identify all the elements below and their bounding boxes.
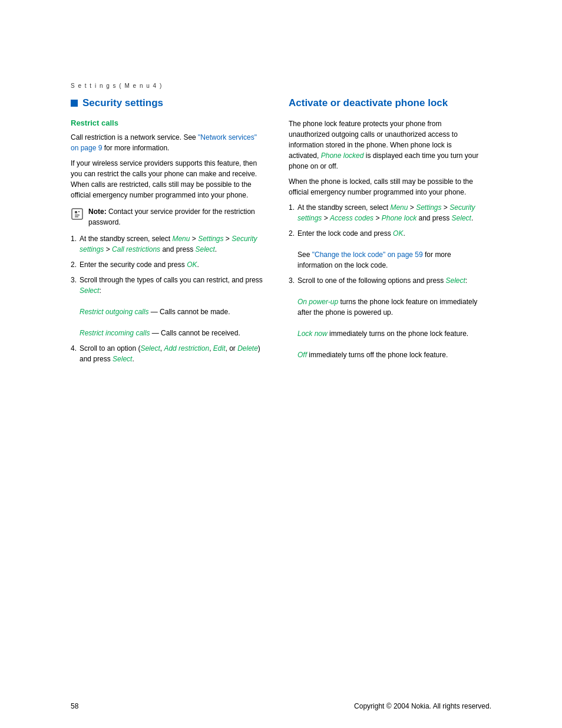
r-menu-link[interactable]: Menu bbox=[390, 203, 408, 212]
svg-rect-0 bbox=[72, 209, 82, 219]
svg-rect-2 bbox=[78, 211, 80, 212]
right-step-2: 2. Enter the lock code and press OK. See… bbox=[289, 228, 483, 271]
intro-text-1: Call restriction is a network service. S… bbox=[71, 133, 198, 141]
section-title-phonelock: Activate or deactivate phone lock bbox=[289, 97, 483, 109]
ok-link-1[interactable]: OK bbox=[187, 261, 197, 269]
step-4-num: 4. bbox=[71, 343, 77, 364]
right-step-2-num: 2. bbox=[289, 228, 295, 271]
right-step-2-content: Enter the lock code and press OK. See "C… bbox=[297, 228, 483, 271]
phonelock-steps: 1. At the standby screen, select Menu > … bbox=[289, 202, 483, 360]
left-column: Security settings Restrict calls Call re… bbox=[71, 97, 265, 667]
svg-rect-1 bbox=[75, 211, 77, 213]
step-3-num: 3. bbox=[71, 275, 77, 338]
activate-deactivate-title: Activate or deactivate phone lock bbox=[289, 97, 448, 109]
step-2-content: Enter the security code and press OK. bbox=[80, 259, 265, 270]
title-square-icon bbox=[71, 100, 78, 107]
right-step-1-content: At the standby screen, select Menu > Set… bbox=[297, 202, 483, 223]
restrict-outgoing-link[interactable]: Restrict outgoing calls bbox=[80, 308, 148, 316]
note-content: Note: Contact your service provider for … bbox=[88, 206, 265, 228]
page-number: 58 bbox=[71, 702, 78, 710]
subsection-title-restrict: Restrict calls bbox=[71, 118, 265, 127]
right-column: Activate or deactivate phone lock The ph… bbox=[289, 97, 483, 667]
right-step-3-content: Scroll to one of the following options a… bbox=[297, 275, 483, 360]
change-lock-code-link[interactable]: "Change the lock code" on page 59 bbox=[312, 251, 423, 259]
settings-link-1[interactable]: Settings bbox=[198, 235, 223, 243]
phone-locked-link[interactable]: Phone locked bbox=[321, 151, 364, 160]
svg-rect-3 bbox=[75, 215, 80, 216]
note-label: Note: bbox=[88, 207, 107, 216]
page: S e t t i n g s ( M e n u 4 ) Security s… bbox=[0, 0, 562, 728]
right-step-1-num: 1. bbox=[289, 202, 295, 223]
restrict-incoming-item: Restrict incoming calls — Calls cannot b… bbox=[80, 329, 240, 337]
select-link-3[interactable]: Select bbox=[113, 355, 132, 363]
select-option-link[interactable]: Select bbox=[140, 344, 160, 353]
right-step-1: 1. At the standby screen, select Menu > … bbox=[289, 202, 483, 223]
note-body: Contact your service provider for the re… bbox=[88, 207, 255, 226]
two-column-layout: Security settings Restrict calls Call re… bbox=[71, 97, 491, 667]
off-item: Off immediately turns off the phone lock… bbox=[297, 351, 448, 359]
intro-text-2: for more information. bbox=[102, 144, 169, 152]
right-step-3: 3. Scroll to one of the following option… bbox=[289, 275, 483, 360]
restriction-description: If your wireless service providers suppo… bbox=[71, 158, 265, 200]
step-2-num: 2. bbox=[71, 259, 77, 270]
note-box: Note: Contact your service provider for … bbox=[71, 206, 265, 228]
lock-now-link[interactable]: Lock now bbox=[297, 330, 328, 338]
restrict-outgoing-item: Restrict outgoing calls — Calls cannot b… bbox=[80, 308, 230, 316]
page-content: S e t t i n g s ( M e n u 4 ) Security s… bbox=[0, 0, 562, 690]
edit-link[interactable]: Edit bbox=[213, 344, 226, 353]
add-restriction-link[interactable]: Add restriction bbox=[164, 344, 209, 353]
breadcrumb: S e t t i n g s ( M e n u 4 ) bbox=[71, 83, 491, 89]
intro-paragraph: Call restriction is a network service. S… bbox=[71, 132, 265, 153]
on-power-up-link[interactable]: On power-up bbox=[297, 298, 338, 306]
step-4-content: Scroll to an option (Select, Add restric… bbox=[80, 343, 265, 364]
note-icon bbox=[71, 207, 84, 220]
off-link[interactable]: Off bbox=[297, 351, 307, 359]
r-phone-lock-link[interactable]: Phone lock bbox=[382, 214, 416, 222]
phonelock-para-2: When the phone is locked, calls still ma… bbox=[289, 176, 483, 197]
call-restrictions-link[interactable]: Call restrictions bbox=[112, 245, 160, 253]
lock-now-item: Lock now immediately turns on the phone … bbox=[297, 330, 468, 338]
page-footer: 58 Copyright © 2004 Nokia. All rights re… bbox=[0, 690, 562, 728]
step-3-content: Scroll through the types of calls you ca… bbox=[80, 275, 265, 338]
restrict-incoming-link[interactable]: Restrict incoming calls bbox=[80, 329, 150, 337]
r-select-link-2[interactable]: Select bbox=[446, 276, 465, 285]
step-4: 4. Scroll to an option (Select, Add rest… bbox=[71, 343, 265, 364]
svg-rect-4 bbox=[75, 216, 78, 218]
delete-link[interactable]: Delete bbox=[237, 344, 258, 353]
security-settings-link-1[interactable]: Security settings bbox=[80, 235, 257, 253]
footer-copyright: Copyright © 2004 Nokia. All rights reser… bbox=[354, 702, 491, 710]
r-settings-link[interactable]: Settings bbox=[416, 203, 441, 212]
select-link-1[interactable]: Select bbox=[195, 245, 214, 253]
restrict-calls-steps: 1. At the standby screen, select Menu > … bbox=[71, 233, 265, 364]
on-power-up-item: On power-up turns the phone lock feature… bbox=[297, 298, 477, 317]
r-access-codes-link[interactable]: Access codes bbox=[330, 214, 373, 222]
phonelock-para-1: The phone lock feature protects your pho… bbox=[289, 118, 483, 172]
section-title-security: Security settings bbox=[71, 97, 265, 109]
select-link-2[interactable]: Select bbox=[80, 286, 99, 295]
right-step-3-num: 3. bbox=[289, 275, 295, 360]
step-3: 3. Scroll through the types of calls you… bbox=[71, 275, 265, 338]
section-title-text: Security settings bbox=[82, 97, 163, 109]
step-1: 1. At the standby screen, select Menu > … bbox=[71, 233, 265, 255]
step-1-num: 1. bbox=[71, 233, 77, 255]
step-2: 2. Enter the security code and press OK. bbox=[71, 259, 265, 270]
r-select-link-1[interactable]: Select bbox=[452, 214, 471, 222]
r-ok-link[interactable]: OK bbox=[393, 229, 403, 238]
menu-link-1[interactable]: Menu bbox=[172, 235, 190, 243]
step-1-content: At the standby screen, select Menu > Set… bbox=[80, 233, 265, 255]
